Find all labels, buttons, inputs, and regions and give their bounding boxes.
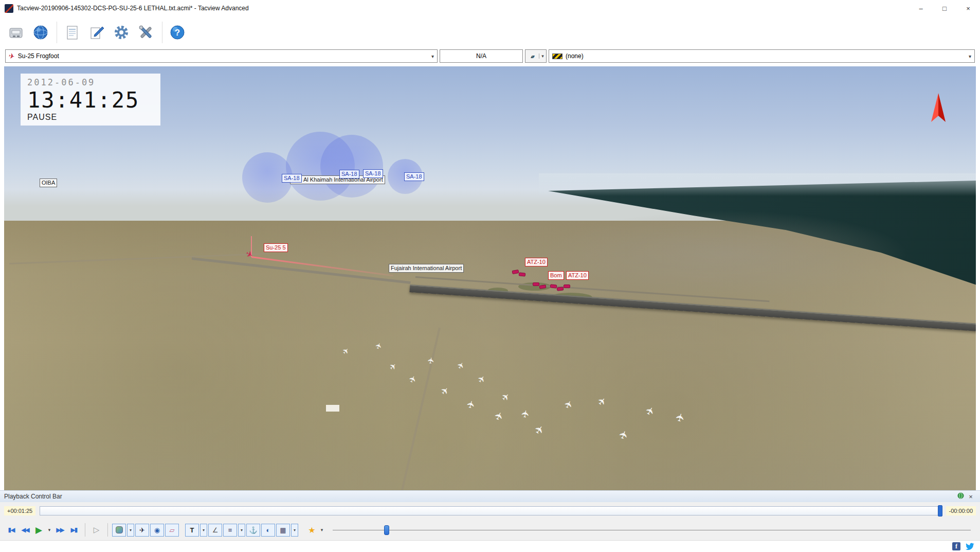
title-bar: Tacview-20190906-145302-DCS-PG-SU-25-6 L…: [0, 0, 980, 16]
controls-separator: [107, 523, 108, 537]
ground-vehicle-icon[interactable]: [550, 284, 557, 288]
ground-vehicle-icon[interactable]: [564, 284, 570, 288]
map-label-su25[interactable]: Su-25 5: [264, 243, 288, 252]
svg-text:?: ?: [175, 28, 180, 38]
map-label-atz10[interactable]: ATZ-10: [566, 271, 589, 280]
toolbar-separator: [162, 22, 162, 43]
globe-icon: [32, 24, 49, 41]
play-options-dropdown[interactable]: ▾: [46, 523, 53, 537]
grid-toggle[interactable]: ▦: [276, 524, 290, 537]
flight-log-button[interactable]: [60, 21, 84, 44]
hazard-stripes-icon: [552, 54, 562, 59]
ground-vehicle-icon[interactable]: [533, 282, 539, 286]
help-icon: ?: [169, 24, 186, 41]
facebook-icon[interactable]: f: [952, 542, 960, 550]
map-label-bom[interactable]: Bom: [548, 271, 564, 280]
playback-panel-header[interactable]: Playback Control Bar ×: [0, 490, 980, 502]
labels-dropdown[interactable]: ▾: [200, 524, 207, 537]
playhead-marker[interactable]: [938, 505, 942, 517]
play-button[interactable]: ▶: [32, 523, 46, 537]
parked-aircraft: ✈: [520, 409, 531, 419]
rewind-button[interactable]: ◀◀: [18, 523, 32, 537]
map-label-airport[interactable]: OIBA: [40, 179, 57, 187]
map-label-sa18[interactable]: SA-18: [363, 169, 383, 178]
world-toggle[interactable]: ◐: [261, 524, 275, 537]
float-panel-button[interactable]: [955, 492, 966, 501]
hud-date: 2012-06-09: [27, 77, 154, 87]
toolbar-separator: [57, 22, 57, 43]
naval-toggle[interactable]: ⚓: [246, 524, 260, 537]
map-label-sa18[interactable]: SA-18: [339, 170, 359, 179]
telemetry-value: N/A: [476, 52, 486, 60]
skip-to-start-button[interactable]: ▮◀: [4, 523, 18, 537]
settings-button[interactable]: [110, 21, 133, 44]
open-recording-button[interactable]: [4, 21, 28, 44]
playback-clock: 2012-06-09 13:41:25 PAUSE: [21, 74, 160, 126]
city-area: [539, 210, 909, 298]
wrench-screwdriver-icon: [137, 24, 155, 41]
north-compass-icon: [930, 93, 947, 124]
timeline-row: +00:01:25 -00:00:00: [0, 502, 980, 520]
pencil-icon: [88, 24, 105, 41]
swap-dropdown-arrow[interactable]: ▾: [539, 54, 546, 59]
usb-drive-icon: [7, 24, 25, 41]
help-button[interactable]: ?: [166, 21, 189, 44]
chevron-down-icon: ▾: [431, 54, 434, 59]
speed-slider-thumb[interactable]: [384, 525, 389, 535]
labels-toggle[interactable]: T: [185, 524, 199, 537]
camera-globe-toggle[interactable]: ◉: [150, 524, 164, 537]
skip-to-end-button[interactable]: ▶▮: [67, 523, 81, 537]
hud-time: 13:41:25: [27, 87, 154, 113]
object-selection-bar: ✈ Su-25 Frogfoot ▾ N/A ▴▾ ▾ (none) ▾: [0, 48, 980, 64]
speed-slider[interactable]: [333, 523, 971, 537]
primary-object-dropdown[interactable]: ✈ Su-25 Frogfoot ▾: [5, 49, 438, 63]
ground-vehicle-icon[interactable]: [557, 287, 564, 291]
timeline-seekbar[interactable]: [40, 506, 941, 515]
protractor-toggle[interactable]: ∠: [208, 524, 222, 537]
primary-object-label: Su-25 Frogfoot: [18, 52, 429, 60]
minimize-button[interactable]: –: [909, 0, 933, 16]
map-label-sa18[interactable]: SA-18: [282, 174, 302, 183]
bookmarks-star-button[interactable]: ★: [304, 523, 318, 537]
swap-icon: ▴▾: [525, 54, 539, 59]
maximize-button[interactable]: □: [933, 0, 956, 16]
layers-toggle[interactable]: ≡: [223, 524, 237, 537]
secondary-object-dropdown[interactable]: (none) ▾: [549, 49, 975, 63]
elapsed-time: +00:01:25: [4, 506, 35, 515]
close-panel-button[interactable]: ×: [966, 493, 976, 501]
status-bar: f: [0, 540, 980, 552]
app-icon: [5, 4, 13, 13]
sam-threat-dome: [320, 135, 383, 198]
parked-aircraft: ✈: [427, 357, 436, 365]
building: [326, 405, 339, 412]
document-icon: [63, 24, 81, 41]
online-database-button[interactable]: [29, 21, 52, 44]
controls-separator: [85, 523, 85, 537]
map-label-atz10[interactable]: ATZ-10: [525, 258, 548, 266]
swap-objects-button[interactable]: ▴▾ ▾: [525, 49, 547, 63]
fast-forward-button[interactable]: ▶▶: [53, 523, 67, 537]
main-toolbar: ?: [0, 16, 980, 48]
twitter-icon[interactable]: [966, 543, 975, 550]
ground-vehicle-icon[interactable]: [519, 272, 526, 276]
bookmarks-dropdown[interactable]: ▾: [318, 523, 325, 537]
horizon-haze: [539, 173, 976, 196]
tools-button[interactable]: [134, 21, 158, 44]
terrain-mode-dropdown[interactable]: ▾: [127, 524, 134, 537]
layers-dropdown[interactable]: ▾: [238, 524, 245, 537]
telemetry-field[interactable]: N/A: [440, 49, 523, 63]
red-aircraft-icon: ✈: [8, 51, 15, 61]
3d-world-view[interactable]: ✈ ✈ ✈ ✈ ✈ ✈ ✈ ✈ ✈ ✈ ✈ ✈ ✈ ✈ ✈ ✈ ✈ ✈ ✈ OI…: [4, 66, 976, 490]
eraser-toggle[interactable]: ▱: [165, 524, 179, 537]
close-button[interactable]: ×: [956, 0, 980, 16]
map-label-sa18[interactable]: SA-18: [404, 172, 424, 181]
secondary-object-label: (none): [566, 52, 967, 60]
terrain-mode-toggle[interactable]: [112, 524, 126, 537]
aircraft-models-toggle[interactable]: ✈: [135, 524, 149, 537]
map-label-airport[interactable]: Fujairah International Airport: [389, 264, 464, 273]
chevron-down-icon: ▾: [969, 54, 971, 59]
edit-recording-button[interactable]: [85, 21, 108, 44]
window-title: Tacview-20190906-145302-DCS-PG-SU-25-6 L…: [17, 5, 909, 12]
grid-dropdown[interactable]: ▾: [291, 524, 298, 537]
step-frame-button[interactable]: ▷: [89, 523, 103, 537]
